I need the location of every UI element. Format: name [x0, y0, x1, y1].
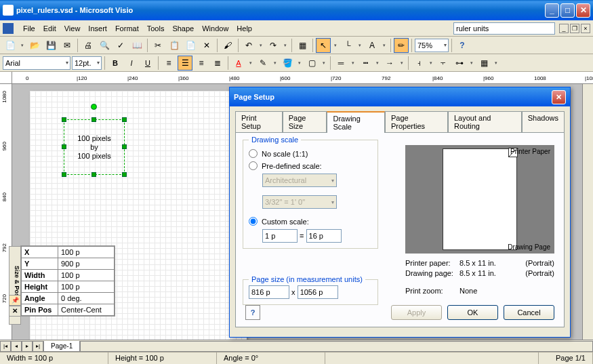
sizepos-value[interactable]: 100 p [58, 270, 115, 281]
panel-close-button[interactable]: ✕ [9, 306, 21, 317]
align-right-button[interactable]: ≡ [194, 56, 209, 70]
line-color-button[interactable]: ✎ [255, 56, 270, 70]
line-weight-dropdown[interactable]: ▾ [350, 56, 356, 70]
shadow-button[interactable]: ▢ [304, 56, 319, 70]
text-tool-button[interactable]: A [365, 38, 380, 53]
sizepos-row[interactable]: Pin PosCenter-Cent [22, 304, 115, 316]
resize-handle-tm[interactable] [91, 117, 96, 122]
dialog-tab-layout-and-routing[interactable]: Layout and Routing [448, 111, 522, 133]
shadow-dropdown[interactable]: ▾ [321, 56, 327, 70]
line-pattern-dropdown[interactable]: ▾ [374, 56, 381, 70]
font-color-button[interactable]: A [231, 56, 246, 70]
page-tab-1[interactable]: Page-1 [43, 341, 80, 352]
horizontal-scrollbar[interactable] [80, 341, 593, 352]
sizepos-row[interactable]: Angle0 deg. [22, 293, 115, 304]
delete-button[interactable]: ✕ [199, 38, 214, 53]
menu-edit[interactable]: Edit [39, 23, 60, 34]
sizepos-value[interactable]: 900 p [58, 258, 115, 270]
menu-help[interactable]: Help [232, 23, 256, 34]
font-color-dropdown[interactable]: ▾ [247, 56, 254, 70]
menu-file[interactable]: File [19, 23, 39, 34]
align-shapes-dropdown[interactable]: ▾ [428, 56, 434, 70]
tab-nav-last[interactable]: ▸| [33, 341, 43, 352]
menu-tools[interactable]: Tools [143, 23, 169, 34]
connector-tool-button[interactable]: └ [340, 38, 355, 53]
pointer-tool-button[interactable]: ↖ [316, 38, 331, 53]
size-position-panel[interactable]: Size & Positi... 📌 ✕ X100 pY900 pWidth10… [20, 245, 115, 317]
mdi-restore-button[interactable]: ❐ [570, 24, 579, 33]
line-color-dropdown[interactable]: ▾ [272, 56, 279, 70]
sizepos-value[interactable]: Center-Cent [58, 304, 115, 316]
sizepos-value[interactable]: 100 p [58, 247, 115, 258]
dialog-tab-print-setup[interactable]: Print Setup [235, 111, 283, 133]
redo-button[interactable]: ↷ [266, 38, 281, 53]
save-button[interactable]: 💾 [43, 38, 58, 53]
close-button[interactable]: ✕ [576, 3, 590, 18]
copy-button[interactable]: 📋 [167, 38, 182, 53]
line-weight-button[interactable]: ═ [333, 56, 348, 70]
custom-scale-to-input[interactable]: 16 p [306, 229, 342, 243]
email-button[interactable]: ✉ [60, 38, 75, 53]
dialog-tab-drawing-scale[interactable]: Drawing Scale [327, 111, 384, 133]
resize-handle-br[interactable] [122, 172, 127, 177]
menu-insert[interactable]: Insert [84, 23, 111, 34]
radio-custom-scale[interactable]: Custom scale: [249, 217, 372, 226]
maximize-button[interactable]: □ [560, 3, 575, 18]
font-combo[interactable]: Arial [3, 56, 70, 70]
dialog-tab-page-properties[interactable]: Page Properties [385, 111, 448, 133]
selected-shape[interactable]: 100 pixels by 100 pixels [64, 119, 125, 175]
redo-dropdown[interactable]: ▾ [282, 38, 289, 53]
align-justify-button[interactable]: ≣ [210, 56, 225, 70]
fill-color-dropdown[interactable]: ▾ [296, 56, 303, 70]
underline-button[interactable]: U [140, 56, 155, 70]
undo-button[interactable]: ↶ [241, 38, 256, 53]
menu-shape[interactable]: Shape [168, 23, 198, 34]
resize-handle-ml[interactable] [62, 144, 66, 149]
line-ends-dropdown[interactable]: ▾ [398, 56, 405, 70]
connect-dropdown[interactable]: ▾ [468, 56, 475, 70]
sizepos-row[interactable]: X100 p [22, 247, 115, 258]
tab-nav-next[interactable]: ▸ [22, 341, 33, 352]
bold-button[interactable]: B [108, 56, 123, 70]
resize-handle-tr[interactable] [122, 117, 127, 122]
new-dropdown[interactable]: ▾ [19, 38, 26, 53]
minimize-button[interactable]: _ [545, 3, 559, 18]
text-dropdown[interactable]: ▾ [381, 38, 388, 53]
radio-no-scale[interactable]: No scale (1:1) [249, 149, 372, 158]
pushpin-icon[interactable]: 📌 [9, 295, 21, 306]
cut-button[interactable]: ✂ [150, 38, 165, 53]
mdi-minimize-button[interactable]: _ [559, 24, 569, 33]
line-pattern-button[interactable]: ┅ [358, 56, 373, 70]
sizepos-row[interactable]: Width100 p [22, 270, 115, 281]
align-center-button[interactable]: ☰ [178, 56, 192, 70]
shapes-button[interactable]: ▦ [295, 38, 310, 53]
help-search-input[interactable] [453, 22, 555, 35]
spelling-button[interactable]: ✓ [113, 38, 128, 53]
resize-handle-bl[interactable] [62, 172, 66, 177]
horizontal-ruler[interactable]: 0|120|240|360|480|600|720792|840|9601008… [12, 72, 593, 84]
dialog-titlebar[interactable]: Page Setup ✕ [230, 87, 570, 106]
sizepos-value[interactable]: 100 p [58, 281, 115, 293]
resize-handle-bm[interactable] [91, 172, 96, 177]
connect-button[interactable]: ⊶ [452, 56, 467, 70]
align-shapes-button[interactable]: ⫞ [411, 56, 426, 70]
open-button[interactable]: 📂 [27, 38, 42, 53]
dialog-help-button[interactable]: ? [245, 305, 260, 320]
dialog-close-button[interactable]: ✕ [552, 90, 566, 104]
fontsize-combo[interactable]: 12pt. [72, 56, 102, 70]
new-button[interactable]: 📄 [3, 38, 18, 53]
connector-dropdown[interactable]: ▾ [356, 38, 363, 53]
apply-button[interactable]: Apply [391, 305, 442, 320]
zoom-combo[interactable]: 75% [415, 39, 449, 52]
resize-handle-mr[interactable] [122, 144, 127, 149]
sizepos-value[interactable]: 0 deg. [58, 293, 115, 304]
align-left-button[interactable]: ≡ [161, 56, 176, 70]
menu-view[interactable]: View [60, 23, 85, 34]
paste-button[interactable]: 📄 [183, 38, 198, 53]
menu-format[interactable]: Format [111, 23, 143, 34]
help-button[interactable]: ? [455, 38, 470, 53]
italic-button[interactable]: I [124, 56, 139, 70]
ok-button[interactable]: OK [447, 305, 498, 320]
vertical-scrollbar[interactable] [582, 84, 593, 340]
page-height-input[interactable]: 1056 p [298, 285, 338, 299]
